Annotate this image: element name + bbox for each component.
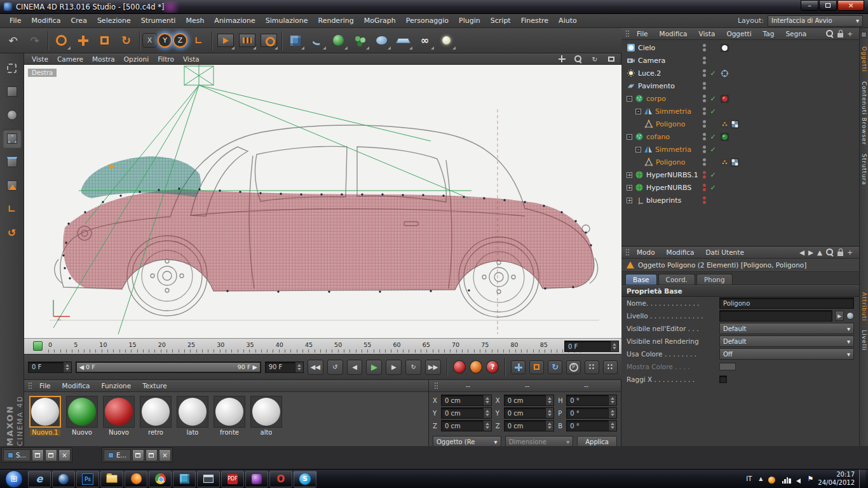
- range-right-arrow[interactable]: ▶: [252, 363, 257, 370]
- timeline-frame-field[interactable]: 0 F: [564, 341, 619, 352]
- render-settings-button[interactable]: [258, 30, 279, 51]
- polygon-object-icon[interactable]: [635, 94, 644, 103]
- tab-phong[interactable]: Phong: [696, 274, 733, 285]
- undo-button[interactable]: ↶: [3, 30, 24, 51]
- tab-base[interactable]: Base: [625, 274, 657, 285]
- lock-icon[interactable]: [837, 33, 843, 37]
- taskbar-pdf-reader[interactable]: PDF: [221, 471, 244, 487]
- camera-move-button[interactable]: [556, 55, 567, 64]
- object-row-simmetria-2[interactable]: - Simmetria ✓: [621, 143, 859, 156]
- environment-button[interactable]: ∞: [414, 30, 435, 51]
- polygon-object-icon[interactable]: [635, 132, 644, 141]
- coord-col-header[interactable]: --: [498, 383, 557, 390]
- play-button[interactable]: ▶: [366, 360, 382, 375]
- object-row-hypernurbs-1[interactable]: + HyperNURBS.1 ✓: [621, 168, 859, 181]
- dock-button[interactable]: [132, 449, 144, 461]
- workplane-button[interactable]: ↺: [3, 223, 22, 242]
- floor-object-icon[interactable]: [627, 81, 635, 90]
- taskbar-cinema4d[interactable]: [52, 471, 75, 487]
- stepper[interactable]: [63, 362, 71, 372]
- mat-menu-funzione[interactable]: Funzione: [97, 381, 135, 390]
- menu-aiuto[interactable]: Aiuto: [554, 15, 581, 26]
- history-back-icon[interactable]: ◀: [799, 248, 804, 256]
- menu-script[interactable]: Script: [486, 15, 515, 26]
- rot-p-field[interactable]: 0 °: [566, 407, 617, 419]
- light-object-icon[interactable]: [627, 69, 635, 78]
- rot-h-field[interactable]: 0 °: [566, 395, 617, 406]
- pos-x-field[interactable]: 0 cm: [441, 395, 492, 406]
- mostra-colore-swatch[interactable]: [719, 363, 736, 370]
- current-frame-field[interactable]: 0 F: [28, 362, 72, 373]
- om-menu-vista[interactable]: Vista: [694, 29, 719, 38]
- expander-icon[interactable]: -: [635, 147, 641, 152]
- size-y-field[interactable]: 0 cm: [504, 407, 555, 419]
- object-row-hypernurbs[interactable]: + HyperNURBS ✓: [621, 181, 859, 194]
- vp-menu-viste[interactable]: Viste: [28, 55, 52, 64]
- menu-rendering[interactable]: Rendering: [314, 15, 358, 26]
- material-item[interactable]: alto: [249, 396, 283, 436]
- search-icon[interactable]: [826, 248, 834, 256]
- material-item[interactable]: fronte: [212, 396, 247, 436]
- record-keyframe-button[interactable]: [453, 360, 466, 374]
- size-x-field[interactable]: 0 cm: [504, 395, 555, 406]
- render-view-button[interactable]: [215, 30, 236, 51]
- x-axis-lock[interactable]: X: [142, 33, 157, 48]
- viewport-canvas[interactable]: Destra Z: [24, 65, 621, 338]
- size-z-field[interactable]: 0 cm: [504, 420, 555, 431]
- goto-start-button[interactable]: ◀◀: [308, 360, 323, 375]
- expander-icon[interactable]: -: [627, 134, 632, 140]
- panel-grip[interactable]: [625, 248, 630, 257]
- live-selection-tool[interactable]: [51, 30, 72, 51]
- keyframe-selection-button[interactable]: ?: [486, 360, 499, 374]
- autokeying-button[interactable]: [470, 360, 482, 374]
- coord-col-header[interactable]: --: [438, 383, 498, 390]
- mat-menu-modifica[interactable]: Modifica: [58, 381, 95, 390]
- material-item[interactable]: Nuovo.1: [28, 396, 62, 436]
- raggi-x-checkbox[interactable]: [719, 376, 727, 383]
- loop-button[interactable]: ↻: [405, 360, 421, 375]
- polygon-mesh-icon[interactable]: [644, 158, 653, 166]
- panel-grip[interactable]: [625, 30, 630, 38]
- object-row-poligono-1[interactable]: Poligono: [621, 118, 859, 130]
- taskbar-clock[interactable]: 20:17 24/04/2012: [818, 471, 855, 487]
- menu-mograph[interactable]: MoGraph: [360, 15, 400, 26]
- close-panel-button[interactable]: ×: [159, 449, 171, 461]
- polygon-mode-button[interactable]: [3, 176, 22, 195]
- object-row-pavimento[interactable]: Pavimento: [621, 79, 859, 92]
- enable-axis-button[interactable]: ∟: [3, 200, 22, 219]
- z-axis-lock[interactable]: Z: [173, 33, 187, 48]
- hidden-icons-button[interactable]: ▲: [759, 476, 763, 482]
- menu-mesh[interactable]: Mesh: [181, 15, 208, 26]
- material-item[interactable]: Nuovo: [65, 396, 99, 436]
- texture-tag-white-icon[interactable]: [720, 43, 729, 52]
- mini-window-esplora[interactable]: E... ×: [102, 447, 173, 463]
- goto-end-button[interactable]: ▶▶: [425, 360, 441, 375]
- polygon-mesh-icon[interactable]: [644, 119, 653, 128]
- hypernurbs-object-icon[interactable]: [635, 183, 644, 192]
- taskbar-firefox[interactable]: [125, 471, 147, 487]
- frame-range-slider[interactable]: ◀ 0 F 90 F ▶: [76, 362, 261, 373]
- am-menu-modifica[interactable]: Modifica: [662, 248, 699, 257]
- start-button[interactable]: ⊞: [5, 470, 23, 488]
- pos-z-field[interactable]: 0 cm: [441, 420, 492, 431]
- om-menu-segna[interactable]: Segna: [781, 29, 811, 38]
- om-menu-file[interactable]: File: [632, 29, 653, 38]
- material-item[interactable]: lato: [175, 396, 210, 436]
- object-row-simmetria-1[interactable]: - Simmetria ✓: [621, 105, 859, 118]
- render-picture-viewer-button[interactable]: [236, 30, 257, 51]
- app-icon[interactable]: [4, 3, 12, 11]
- expander-icon[interactable]: +: [627, 185, 632, 191]
- side-tab-struttura[interactable]: Struttura: [861, 154, 867, 186]
- livello-field[interactable]: [719, 310, 832, 322]
- dock-button[interactable]: [32, 449, 44, 461]
- rotate-tool[interactable]: ↻: [116, 30, 137, 51]
- add-panel-icon[interactable]: +: [847, 248, 853, 256]
- vp-menu-mostra[interactable]: Mostra: [88, 55, 119, 64]
- target-tag-icon[interactable]: [720, 69, 729, 78]
- end-frame-field[interactable]: 90 F: [265, 362, 304, 373]
- object-row-blueprints[interactable]: + blueprints: [621, 194, 859, 207]
- point-selection-tag-icon[interactable]: [720, 119, 729, 128]
- record-scale-toggle[interactable]: [529, 360, 544, 374]
- record-position-toggle[interactable]: [511, 360, 526, 374]
- view-toggle-button[interactable]: [606, 55, 617, 64]
